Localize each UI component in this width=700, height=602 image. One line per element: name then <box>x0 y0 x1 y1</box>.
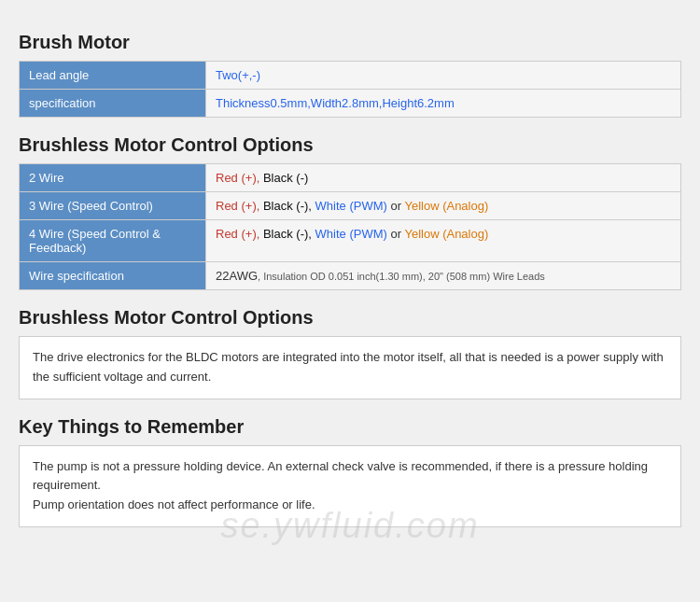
lead-angle-label: Lead angle <box>20 62 206 90</box>
2wire-label: 2 Wire <box>20 164 206 192</box>
wire-spec-small: , Insulation OD 0.051 inch(1.30 mm), 20"… <box>258 271 545 282</box>
key-things-title: Key Things to Remember <box>19 416 681 438</box>
2wire-value: Red (+), Black (-) <box>206 164 681 192</box>
wire-spec-label: Wire specification <box>20 262 206 290</box>
brushless-desc-text: The drive electronics for the BLDC motor… <box>33 348 667 387</box>
black-text: Black (-), <box>263 199 312 213</box>
table-row: 4 Wire (Speed Control & Feedback) Red (+… <box>20 220 681 262</box>
yellow-text: Yellow (Analog) <box>404 199 488 213</box>
blue-text: White (PWM) <box>315 199 387 213</box>
or-text: or <box>390 199 404 213</box>
brushless-control-table: 2 Wire Red (+), Black (-) 3 Wire (Speed … <box>19 163 681 290</box>
red-text: Red (+), <box>216 199 259 213</box>
brush-motor-title: Brush Motor <box>19 32 681 53</box>
wire-spec-big: 22AWG <box>216 269 258 283</box>
wire-spec-value: 22AWG, Insulation OD 0.051 inch(1.30 mm)… <box>206 262 681 290</box>
brushless-control-table-title: Brushless Motor Control Options <box>19 134 681 156</box>
4wire-label: 4 Wire (Speed Control & Feedback) <box>20 220 206 262</box>
3wire-value: Red (+), Black (-), White (PWM) or Yello… <box>206 192 681 220</box>
brushless-desc-title: Brushless Motor Control Options <box>19 307 681 329</box>
specification-label: specification <box>20 90 206 118</box>
table-row: Lead angle Two(+,-) <box>20 62 681 90</box>
red-text: Red (+), <box>216 227 259 241</box>
yellow-text: Yellow (Analog) <box>404 227 488 241</box>
brushless-desc-box: The drive electronics for the BLDC motor… <box>19 336 681 399</box>
or-text: or <box>390 227 404 241</box>
table-row: 2 Wire Red (+), Black (-) <box>20 164 681 192</box>
key-things-line-2: Pump orientation does not affect perform… <box>33 496 667 515</box>
table-row: Wire specification 22AWG, Insulation OD … <box>20 262 681 290</box>
black-text: Black (-), <box>263 227 312 241</box>
table-row: 3 Wire (Speed Control) Red (+), Black (-… <box>20 192 681 220</box>
brush-motor-table: Lead angle Two(+,-) specification Thickn… <box>19 61 681 118</box>
blue-text: White (PWM) <box>315 227 387 241</box>
table-row: specification Thickness0.5mm,Width2.8mm,… <box>20 90 681 118</box>
3wire-label: 3 Wire (Speed Control) <box>20 192 206 220</box>
specification-value: Thickness0.5mm,Width2.8mm,Height6.2mm <box>206 90 681 118</box>
key-things-box: The pump is not a pressure holding devic… <box>19 445 681 527</box>
lead-angle-value: Two(+,-) <box>206 62 681 90</box>
black-text: Black (-) <box>263 171 308 185</box>
red-text: Red (+), <box>216 171 259 185</box>
key-things-line-1: The pump is not a pressure holding devic… <box>33 457 667 497</box>
4wire-value: Red (+), Black (-), White (PWM) or Yello… <box>206 220 681 262</box>
